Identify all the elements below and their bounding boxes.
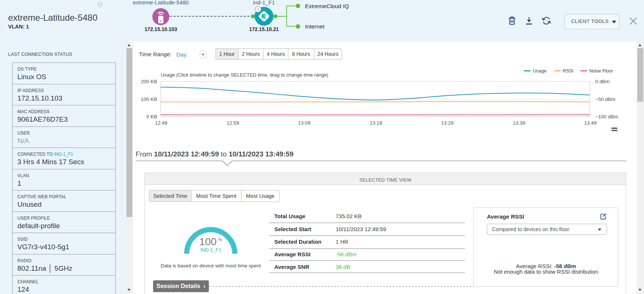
svg-text:1: 1: [257, 7, 259, 11]
svg-text:172.15.10.21: 172.15.10.21: [249, 27, 279, 32]
svg-text:ExtremeCloud IQ: ExtremeCloud IQ: [305, 3, 349, 9]
svg-text:ind-1_F1: ind-1_F1: [253, 0, 275, 6]
svg-text:172.15.10.103: 172.15.10.103: [145, 27, 177, 32]
svg-text:i: i: [99, 3, 101, 7]
svg-text:Internet: Internet: [305, 23, 325, 30]
svg-text:extreme-Latitude-5480: extreme-Latitude-5480: [133, 0, 189, 6]
